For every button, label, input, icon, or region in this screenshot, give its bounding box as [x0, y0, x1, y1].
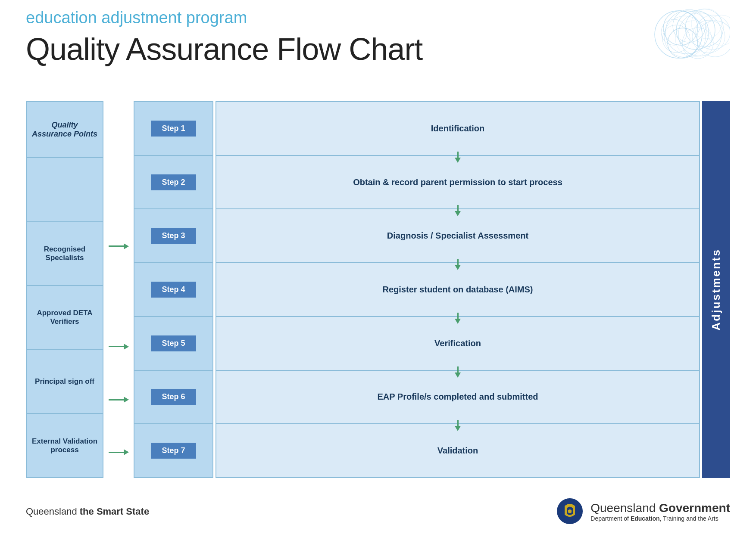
arrow-line-5	[109, 346, 124, 347]
down-arrow-6	[455, 420, 461, 431]
qld-brand: Queensland Government	[590, 501, 730, 515]
qa-header-label: Quality Assurance Points	[27, 102, 103, 158]
qa-section-empty-1	[27, 158, 103, 221]
decorative-circles	[601, 9, 730, 69]
arrow-step6	[103, 373, 134, 426]
step-box-4: Step 4	[151, 282, 196, 298]
footer-right: Queensland Government Department of Educ…	[556, 497, 730, 525]
adjustments-label: Adjustments	[709, 248, 723, 330]
qld-gov-logo	[556, 497, 584, 525]
step-cell-2: Step 2	[134, 156, 212, 210]
header-text-group: education adjustment program Quality Ass…	[26, 9, 422, 67]
down-line-4	[457, 313, 459, 319]
down-head-5	[455, 373, 461, 378]
arrow-step5	[103, 320, 134, 373]
down-head-1	[455, 158, 461, 163]
qld-brand-bold: Government	[659, 501, 730, 515]
adjustments-column: Adjustments	[702, 101, 730, 478]
main-title: Quality Assurance Flow Chart	[26, 31, 422, 67]
qa-section-external: External Validation process	[27, 413, 103, 477]
step-box-1: Step 1	[151, 121, 196, 137]
dept-bold: Education	[631, 515, 660, 522]
step-cell-5: Step 5	[134, 317, 212, 371]
down-line-3	[457, 259, 459, 265]
footer-smart-state: the Smart State	[80, 506, 149, 517]
down-line-2	[457, 205, 459, 211]
arrow-line-7	[109, 452, 124, 453]
step-cell-1: Step 1	[134, 102, 212, 156]
down-arrow-1	[455, 152, 461, 163]
step-box-2: Step 2	[151, 174, 196, 190]
dept-text: Department of Education, Training and th…	[590, 515, 730, 522]
down-line-1	[457, 152, 459, 158]
header: education adjustment program Quality Ass…	[26, 9, 730, 69]
step-cell-3: Step 3	[134, 209, 212, 263]
arrow-head-7	[124, 449, 129, 455]
arrow-line-3	[109, 245, 124, 247]
content-verification: Verification	[216, 317, 699, 371]
step-cell-6: Step 6	[134, 371, 212, 425]
down-arrow-5	[455, 366, 461, 378]
content-diagnosis: Diagnosis / Specialist Assessment	[216, 209, 699, 263]
qa-column: Quality Assurance Points Recognised Spec…	[26, 101, 103, 478]
step-cell-7: Step 7	[134, 424, 212, 477]
content-column: Identification Obtain & record parent pe…	[216, 101, 700, 478]
down-arrow-3	[455, 259, 461, 270]
down-arrow-4	[455, 313, 461, 324]
arrow-head-3	[124, 243, 129, 249]
arrow-step6-right	[109, 397, 129, 403]
arrow-step7	[103, 426, 134, 478]
step-box-5: Step 5	[151, 335, 196, 351]
qa-section-principal: Principal sign off	[27, 349, 103, 413]
svg-point-14	[691, 9, 722, 39]
down-line-5	[457, 366, 459, 373]
steps-column: Step 1 Step 2 Step 3 Step 4 Step 5	[134, 101, 213, 478]
footer-left: Queensland the Smart State	[26, 506, 149, 517]
down-head-4	[455, 319, 461, 324]
arrows-column	[103, 101, 134, 478]
step-box-3: Step 3	[151, 228, 196, 244]
content-eap: EAP Profile/s completed and submitted	[216, 371, 699, 425]
down-arrow-2	[455, 205, 461, 216]
arrow-step3	[103, 220, 134, 273]
qa-section-recognised: Recognised Specialists	[27, 221, 103, 286]
content-validation: Validation	[216, 424, 699, 477]
content-register: Register student on database (AIMS)	[216, 263, 699, 317]
step-cell-4: Step 4	[134, 263, 212, 317]
step-box-7: Step 7	[151, 443, 196, 459]
arrow-line-6	[109, 399, 124, 400]
flow-chart: Quality Assurance Points Recognised Spec…	[26, 101, 730, 478]
content-identification: Identification	[216, 102, 699, 156]
qld-brand-normal: Queensland	[590, 501, 656, 515]
qa-section-approved: Approved DETA Verifiers	[27, 285, 103, 349]
arrow-step3-right	[109, 243, 129, 249]
arrow-head-6	[124, 397, 129, 403]
arrow-step5-right	[109, 344, 129, 350]
svg-point-8	[685, 9, 723, 47]
down-head-6	[455, 426, 461, 431]
down-head-3	[455, 265, 461, 270]
down-head-2	[455, 211, 461, 216]
content-permission: Obtain & record parent permission to sta…	[216, 156, 699, 210]
down-line-6	[457, 420, 459, 426]
dept-rest: , Training and the Arts	[660, 515, 719, 522]
arrow-step7-right	[109, 449, 129, 455]
footer-right-text: Queensland Government Department of Educ…	[590, 501, 730, 522]
program-title: education adjustment program	[26, 9, 422, 27]
step-box-6: Step 6	[151, 389, 196, 405]
arrow-head-5	[124, 344, 129, 350]
footer: Queensland the Smart State Queensland Go…	[26, 497, 730, 525]
svg-point-12	[696, 15, 730, 50]
